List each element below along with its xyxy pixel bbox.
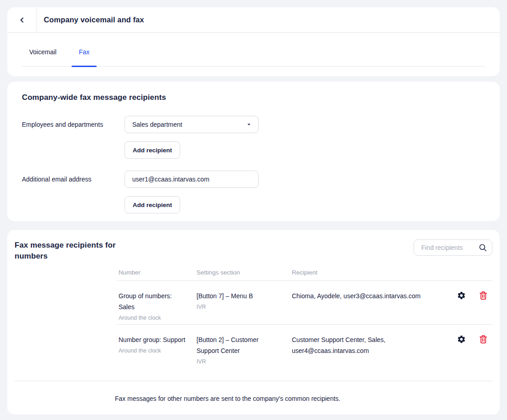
row-number: Number group: Support bbox=[119, 334, 187, 345]
gear-icon bbox=[457, 291, 466, 300]
column-header-recipient: Recipient bbox=[292, 269, 447, 276]
row-delete-button[interactable] bbox=[479, 291, 488, 300]
table-row: Number group: Support Around the clock [… bbox=[117, 325, 492, 368]
caret-down-icon bbox=[246, 121, 252, 128]
additional-email-label: Additional email address bbox=[22, 171, 124, 188]
add-recipient-department-button[interactable]: Add recipient bbox=[124, 141, 180, 159]
additional-email-row: Additional email address Add recipient bbox=[22, 171, 485, 213]
footer-note: Fax messages for other numbers are sent … bbox=[115, 395, 492, 403]
row-recipients: Chioma, Ayodele, user3@ccaas.intarvas.co… bbox=[292, 290, 438, 301]
active-tab-underline bbox=[72, 66, 97, 67]
divider bbox=[15, 381, 492, 381]
section-title-company-wide: Company-wide fax message recipients bbox=[22, 93, 485, 102]
chevron-left-icon bbox=[18, 16, 26, 24]
column-header-number: Number bbox=[117, 269, 197, 276]
search-icon bbox=[478, 243, 487, 252]
company-wide-recipients-card: Company-wide fax message recipients Empl… bbox=[7, 82, 500, 221]
row-number-schedule: Around the clock bbox=[119, 347, 187, 354]
row-settings-button[interactable] bbox=[457, 291, 466, 300]
header-row: Company voicemail and fax bbox=[7, 7, 500, 33]
table-header-row: Number Settings section Recipient bbox=[117, 269, 492, 281]
employees-departments-row: Employees and departments Sales departme… bbox=[22, 116, 485, 159]
trash-icon bbox=[479, 291, 487, 300]
row-delete-button[interactable] bbox=[479, 335, 488, 344]
row-settings-type: IVR bbox=[197, 358, 283, 365]
row-settings-button[interactable] bbox=[457, 335, 466, 344]
add-recipient-email-button[interactable]: Add recipient bbox=[124, 196, 180, 213]
number-recipients-card: Fax message recipients for numbers Numbe… bbox=[7, 230, 500, 415]
row-settings-section: [Button 2] – Customer Support Center bbox=[197, 334, 283, 356]
tab-voicemail[interactable]: Voicemail bbox=[22, 33, 64, 66]
select-value: Sales department bbox=[132, 121, 182, 128]
employees-departments-label: Employees and departments bbox=[22, 116, 124, 133]
search-box bbox=[414, 239, 492, 256]
tab-fax-label: Fax bbox=[79, 48, 89, 56]
tab-bar: Voicemail Fax bbox=[22, 33, 485, 67]
row-number: Group of numbers: Sales bbox=[119, 290, 187, 312]
additional-email-input[interactable] bbox=[124, 171, 259, 188]
tab-voicemail-label: Voicemail bbox=[29, 48, 57, 56]
row-number-schedule: Around the clock bbox=[119, 314, 187, 321]
employees-departments-select[interactable]: Sales department bbox=[124, 116, 259, 133]
column-header-settings: Settings section bbox=[197, 269, 292, 276]
row-recipients: Customer Support Center, Sales, user4@cc… bbox=[292, 334, 438, 356]
gear-icon bbox=[457, 335, 466, 344]
back-button[interactable] bbox=[7, 7, 36, 32]
tab-fax[interactable]: Fax bbox=[72, 33, 97, 66]
row-settings-type: IVR bbox=[197, 303, 283, 311]
table-row: Group of numbers: Sales Around the clock… bbox=[117, 281, 492, 325]
page-title: Company voicemail and fax bbox=[44, 16, 144, 24]
section-title-numbers: Fax message recipients for numbers bbox=[15, 240, 120, 262]
search-input[interactable] bbox=[420, 244, 478, 252]
trash-icon bbox=[479, 335, 487, 344]
row-settings-section: [Button 7] – Menu B bbox=[197, 290, 283, 301]
header-card: Company voicemail and fax Voicemail Fax bbox=[7, 7, 500, 76]
